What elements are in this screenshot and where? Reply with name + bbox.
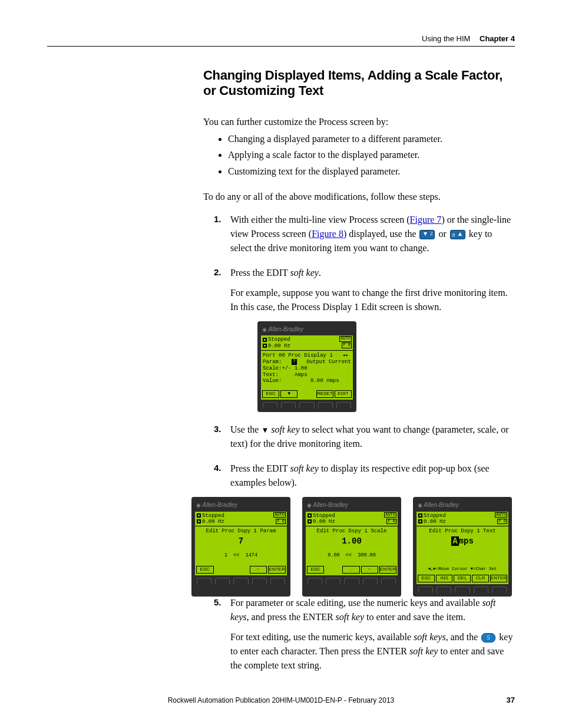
- bullet-list: Changing a displayed parameter to a diff…: [228, 132, 515, 178]
- step-2-para: For example, suppose you want to change …: [230, 286, 515, 314]
- page-header: Using the HIM Chapter 4: [422, 34, 515, 43]
- steps-list: With either the multi-line view Process …: [203, 213, 515, 673]
- sk-esc: ESC: [262, 390, 279, 398]
- sk-blank: [299, 390, 315, 397]
- softkey-row: ESC ▼ RESET EDIT: [261, 390, 353, 400]
- up-key-icon: [450, 230, 465, 239]
- step-5: For parameter or scale editing, use the …: [203, 596, 515, 673]
- him-body: Port 00 Proc Display 1 ◂▸ Param: 7 Outpu…: [261, 351, 353, 390]
- down-triangle-icon: [261, 424, 269, 434]
- header-chapter: Chapter 4: [480, 34, 515, 43]
- him-text: Allen-Bradley AUTO F 0 Stopped 0.00 Hz E…: [413, 497, 512, 596]
- main-content: Changing Displayed Items, Adding a Scale…: [203, 68, 515, 683]
- frame-icon: [263, 344, 267, 348]
- sk-down: ▼: [280, 390, 297, 398]
- hard-keys: [261, 400, 353, 409]
- intro-para: You can further customize the Process sc…: [203, 115, 515, 129]
- key-5-icon: 5: [481, 633, 495, 643]
- him-param: Allen-Bradley AUTO F 0 Stopped 0.00 Hz E…: [191, 497, 290, 596]
- list-item: Applying a scale factor to the displayed…: [228, 148, 515, 162]
- down-key-icon: [419, 230, 435, 239]
- sk-edit: EDIT: [335, 390, 352, 398]
- list-item: Customizing text for the displayed param…: [228, 164, 515, 178]
- him-brand: Allen-Bradley: [261, 325, 353, 336]
- figure-7-link[interactable]: Figure 7: [410, 215, 442, 225]
- step-1: With either the multi-line view Process …: [203, 213, 515, 255]
- frame-icon: [263, 338, 267, 342]
- section-title: Changing Displayed Items, Adding a Scale…: [203, 68, 515, 98]
- step-5-p2: For text editing, use the numeric keys, …: [230, 630, 515, 673]
- step-3: Use the soft key to select what you want…: [203, 423, 515, 451]
- status-auto: AUTO: [339, 336, 352, 342]
- sk-reset: RESET: [316, 390, 333, 398]
- him-scale: Allen-Bradley AUTO F 0 Stopped 0.00 Hz E…: [302, 497, 401, 596]
- list-item: Changing a displayed parameter to a diff…: [228, 132, 515, 146]
- page-number: 37: [507, 696, 515, 704]
- page-footer: Rockwell Automation Publication 20HIM-UM…: [0, 696, 562, 704]
- him-screen-edit: Allen-Bradley AUTO F 0 Stopped 0.00 Hz P…: [257, 321, 356, 412]
- step-2: Press the EDIT soft key. For example, su…: [203, 266, 515, 412]
- step-4: Press the EDIT soft key to display its r…: [203, 462, 515, 490]
- header-section: Using the HIM: [422, 34, 470, 43]
- lead-para: To do any or all of the above modificati…: [203, 190, 515, 203]
- him-lcd: AUTO F 0 Stopped 0.00 Hz Port 00 Proc Di…: [261, 335, 353, 400]
- figure-8-link[interactable]: Figure 8: [312, 229, 343, 239]
- status-f0: F 0: [342, 342, 352, 348]
- header-rule: [47, 46, 515, 47]
- him-triple-row: Allen-Bradley AUTO F 0 Stopped 0.00 Hz E…: [191, 497, 512, 596]
